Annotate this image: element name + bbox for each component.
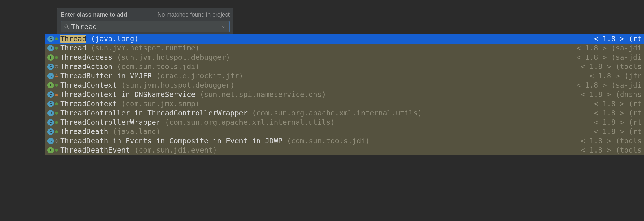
- result-row[interactable]: ThreadAction (com.sun.tools.jdi)< 1.8 > …: [45, 62, 644, 71]
- svg-point-0: [65, 25, 68, 28]
- row-icons: [47, 36, 60, 42]
- package-name: (sun.jvm.hotspot.runtime): [91, 44, 200, 52]
- class-name-rest: Context: [86, 99, 117, 108]
- class-name-match: Thread: [60, 109, 86, 117]
- class-icon: [47, 128, 54, 135]
- row-text: ThreadBuffer in VMJFR (oracle.jrockit.jf…: [60, 71, 583, 81]
- row-meta: < 1.8 > (rt: [588, 118, 642, 127]
- class-name-match: Thread: [60, 99, 86, 108]
- search-panel: Enter class name to add No matches found…: [57, 8, 233, 36]
- result-row[interactable]: ThreadDeathEvent (com.sun.jdi.event)< 1.…: [45, 146, 644, 155]
- search-input-wrap[interactable]: ✕: [61, 21, 230, 32]
- svg-point-13: [55, 140, 58, 142]
- public-icon: [54, 130, 58, 134]
- row-text: ThreadController in ThreadControllerWrap…: [60, 108, 588, 118]
- row-text: ThreadContext in DNSNameService (sun.net…: [60, 90, 575, 99]
- svg-point-5: [55, 65, 58, 68]
- class-name-rest: Context: [86, 81, 117, 89]
- class-name-match: Thread: [60, 146, 86, 154]
- result-row[interactable]: ThreadAccess (sun.jvm.hotspot.debugger)<…: [45, 53, 644, 62]
- row-meta: < 1.8 > (sa-jdi: [570, 44, 642, 53]
- row-meta: < 1.8 > (sa-jdi: [570, 53, 642, 62]
- result-row[interactable]: ThreadController in ThreadControllerWrap…: [45, 108, 644, 118]
- package-name: (sun.jvm.hotspot.debugger): [121, 81, 235, 89]
- row-meta: < 1.8 > (rt: [588, 127, 642, 136]
- package-name: (sun.net.spi.nameservice.dns): [200, 90, 326, 99]
- row-meta: < 1.8 > (rt: [588, 99, 642, 108]
- svg-rect-6: [55, 76, 58, 77]
- search-input[interactable]: [71, 23, 221, 31]
- row-text: ThreadAccess (sun.jvm.hotspot.debugger): [60, 53, 570, 62]
- search-icon: [64, 24, 69, 29]
- class-name-match: Thread: [60, 90, 86, 99]
- containing-class: in DNSNameService: [117, 90, 195, 99]
- class-icon: [47, 110, 54, 116]
- public-icon: [54, 148, 58, 152]
- row-text: ThreadDeathEvent (com.sun.jdi.event): [60, 146, 575, 155]
- package-name: (com.sun.jdi.event): [134, 146, 217, 154]
- svg-point-9: [55, 102, 58, 105]
- svg-point-11: [55, 121, 58, 124]
- row-meta: < 1.8 > (jfr: [583, 71, 642, 81]
- class-name-match: Thread: [60, 137, 86, 145]
- row-meta: < 1.8 > (sa-jdi: [570, 81, 642, 90]
- result-row[interactable]: ThreadControllerWrapper (com.sun.org.apa…: [45, 118, 644, 127]
- public-icon: [54, 102, 58, 106]
- class-icon: [47, 64, 54, 70]
- row-meta: < 1.8 > (tools: [575, 146, 642, 155]
- row-icons: [47, 128, 60, 135]
- containing-class: in ThreadControllerWrapper: [130, 109, 248, 117]
- public-icon: [54, 83, 58, 87]
- row-icons: [47, 138, 60, 144]
- row-icons: [47, 54, 60, 61]
- svg-point-12: [55, 130, 58, 133]
- class-name-rest: ControllerWrapper: [86, 118, 160, 126]
- search-label: Enter class name to add: [61, 11, 127, 18]
- class-name-match: Thread: [60, 118, 86, 126]
- row-text: ThreadContext (sun.jvm.hotspot.debugger): [60, 81, 570, 90]
- svg-point-2: [55, 37, 58, 40]
- row-icons: [47, 119, 60, 126]
- clear-icon[interactable]: ✕: [221, 24, 226, 30]
- public-icon: [54, 120, 58, 124]
- row-text: ThreadDeath in Events in Composite in Ev…: [60, 136, 575, 146]
- result-row[interactable]: ThreadContext (sun.jvm.hotspot.debugger)…: [45, 81, 644, 90]
- result-row[interactable]: Thread (sun.jvm.hotspot.runtime)< 1.8 > …: [45, 44, 644, 53]
- result-row[interactable]: Thread (java.lang)< 1.8 > (rt: [45, 34, 644, 44]
- class-name-match: Thread: [60, 127, 86, 136]
- svg-point-4: [55, 56, 58, 59]
- public-icon: [54, 55, 58, 59]
- containing-class: in VMJFR: [113, 72, 152, 80]
- class-name-match: Thread: [60, 44, 86, 52]
- class-icon: [47, 73, 54, 79]
- result-row[interactable]: ThreadDeath in Events in Composite in Ev…: [45, 136, 644, 146]
- result-row[interactable]: ThreadContext in DNSNameService (sun.net…: [45, 90, 644, 99]
- row-icons: [47, 73, 60, 79]
- public-icon: [54, 111, 58, 115]
- result-row[interactable]: ThreadContext (com.sun.jmx.snmp)< 1.8 > …: [45, 99, 644, 108]
- package-name: (com.sun.jmx.snmp): [121, 99, 200, 108]
- row-text: ThreadAction (com.sun.tools.jdi): [60, 62, 575, 71]
- search-status: No matches found in project: [158, 11, 230, 18]
- class-icon: [47, 101, 54, 107]
- search-header: Enter class name to add No matches found…: [61, 11, 230, 18]
- class-name-rest: Death: [86, 137, 108, 145]
- class-name-rest: Action: [86, 62, 112, 71]
- row-icons: [47, 82, 60, 88]
- package-name: (com.sun.org.apache.xml.internal.utils): [165, 118, 335, 126]
- public-icon: [54, 46, 58, 50]
- package-name: (oracle.jrockit.jfr): [156, 72, 243, 80]
- match-highlight: Thread: [60, 35, 86, 43]
- class-name-rest: DeathEvent: [86, 146, 130, 154]
- class-name-match: Thread: [60, 81, 86, 89]
- class-name-rest: Death: [86, 127, 108, 136]
- result-row[interactable]: ThreadBuffer in VMJFR (oracle.jrockit.jf…: [45, 71, 644, 81]
- results-list: Thread (java.lang)< 1.8 > (rtThread (sun…: [45, 34, 644, 155]
- result-row[interactable]: ThreadDeath (java.lang)< 1.8 > (rt: [45, 127, 644, 136]
- row-meta: < 1.8 > (rt: [588, 108, 642, 118]
- row-text: ThreadDeath (java.lang): [60, 127, 588, 136]
- row-icons: [47, 64, 60, 70]
- package-name: (com.sun.org.apache.xml.internal.utils): [252, 109, 422, 117]
- svg-rect-8: [55, 94, 58, 96]
- interface-icon: [47, 82, 54, 88]
